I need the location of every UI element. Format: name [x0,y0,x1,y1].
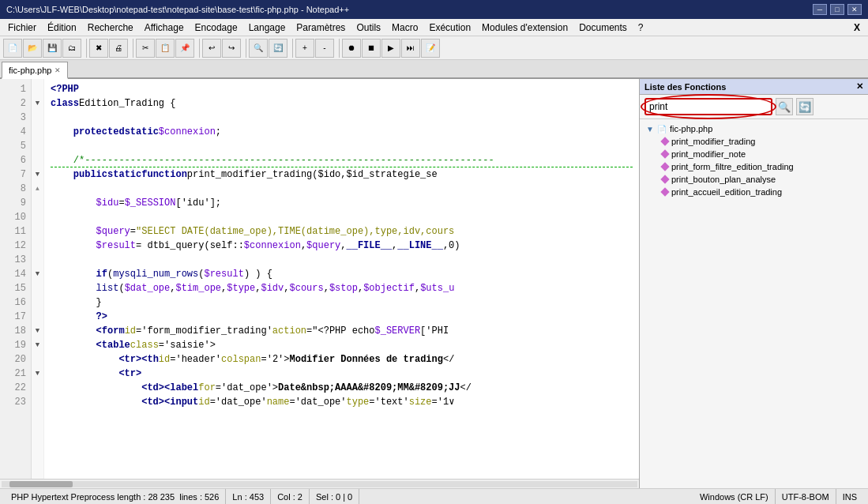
menu-help[interactable]: ? [633,21,648,35]
func-diamond-icon [660,137,669,145]
status-sel: Sel : 0 | 0 [310,489,359,504]
tb-zoom-out[interactable]: - [315,39,334,58]
status-lines-text: lines : 526 [175,492,219,502]
tb-paste[interactable]: 📌 [175,39,194,58]
status-eol: Windows (CR LF) [693,489,776,504]
menu-langage[interactable]: Langage [244,21,291,35]
menu-modules[interactable]: Modules d'extension [477,21,573,35]
status-ln-text: Ln : 453 [232,492,264,502]
tb-new[interactable]: 📄 [3,39,22,58]
tb-replace[interactable]: 🔄 [269,39,287,58]
tb-macro-stop[interactable]: ⏹ [362,39,381,58]
tree-func-3[interactable]: print_form_filtre_edition_trading [640,160,868,173]
fold-5 [32,139,43,153]
tb-macro-play[interactable]: ▶ [381,39,400,58]
tb-cut[interactable]: ✂ [136,39,155,58]
tree-func-4[interactable]: print_bouton_plan_analyse [640,173,868,186]
menu-close-x[interactable]: X [849,21,865,35]
fold-8[interactable]: ▲ [32,182,43,196]
tb-close[interactable]: ✖ [89,39,108,58]
tb-undo[interactable]: ↩ [202,39,221,58]
functions-title: Liste des Fonctions [644,82,726,92]
tree-func-5[interactable]: print_accueil_edition_trading [640,186,868,198]
code-line-23: <td><input id='dat_ope' name='dat_ope' t… [51,395,633,409]
tb-separator-2 [130,39,133,58]
code-line-21: <tr> [51,367,633,381]
tb-macro-save[interactable]: 📝 [421,39,440,58]
code-line-9: $idu=$_SESSION['idu']; [51,196,633,210]
fold-16 [32,295,43,310]
fold-23 [32,395,43,409]
tb-copy[interactable]: 📋 [156,39,175,58]
status-ln: Ln : 453 [226,489,271,504]
function-search-input[interactable] [644,98,772,115]
tb-save-all[interactable]: 🗂 [62,39,81,58]
menu-fichier[interactable]: Fichier [3,21,41,35]
code-content[interactable]: <?PHP class Edition_Trading { protected … [44,79,639,479]
menu-edition[interactable]: Édition [43,21,81,35]
status-sel-text: Sel : 0 | 0 [316,492,352,502]
main-area: 1 2 3 4 5 6 7 8 9 10 11 12 13 14 15 16 1… [0,79,868,488]
tb-separator-6 [336,39,340,58]
menu-affichage[interactable]: Affichage [140,21,189,35]
tab-fic-php[interactable]: fic-php.php ✕ [2,62,68,79]
code-line-18: <form id='form_modifier_trading' action=… [51,324,633,338]
fold-21[interactable]: ▼ [32,367,43,381]
menu-recherche[interactable]: Recherche [83,21,138,35]
tb-open[interactable]: 📂 [23,39,42,58]
file-tree-icon: ▼ [646,125,654,134]
status-col-text: Col : 2 [277,492,302,502]
minimize-button[interactable]: ─ [813,4,827,15]
menu-encodage[interactable]: Encodage [190,21,242,35]
fold-column: ▼ ▼ ▲ ▼ ▼ ▼ ▼ [32,79,44,479]
tb-find[interactable]: 🔍 [249,39,268,58]
tb-redo[interactable]: ↪ [222,39,241,58]
menu-parametres[interactable]: Paramètres [291,21,350,35]
code-line-7: public static function print_modifier_tr… [51,167,633,182]
fold-10 [32,210,43,224]
horizontal-scrollbar[interactable] [0,479,639,488]
refresh-button[interactable]: 🔄 [796,98,814,115]
tb-zoom-in[interactable]: + [295,39,314,58]
menu-execution[interactable]: Exécution [424,21,475,35]
fold-4 [32,125,43,139]
title-text: C:\Users\JLF-WEB\Desktop\notepad-test\no… [6,5,349,14]
fold-2[interactable]: ▼ [32,96,43,111]
code-container: 1 2 3 4 5 6 7 8 9 10 11 12 13 14 15 16 1… [0,79,639,479]
code-line-13 [51,253,633,267]
title-bar: C:\Users\JLF-WEB\Desktop\notepad-test\no… [0,0,868,19]
status-encoding-text: UTF-8-BOM [782,492,829,502]
menu-documents[interactable]: Documents [574,21,632,35]
fold-7[interactable]: ▼ [32,167,43,182]
tab-close-button[interactable]: ✕ [54,66,61,74]
tb-separator-4 [243,39,246,58]
tb-macro-run[interactable]: ⏭ [401,39,420,58]
close-button[interactable]: ✕ [847,4,862,15]
tb-print[interactable]: 🖨 [109,39,128,58]
maximize-button[interactable]: □ [830,4,844,15]
fold-6 [32,153,43,167]
tb-save[interactable]: 💾 [43,39,62,58]
fold-12 [32,239,43,253]
search-options-button[interactable]: 🔍 [776,98,793,115]
func-diamond-icon [660,187,669,196]
menu-macro[interactable]: Macro [387,21,423,35]
menu-outils[interactable]: Outils [351,21,385,35]
code-line-17: ?> [51,310,633,324]
tb-macro-rec[interactable]: ⏺ [342,39,361,58]
scroll-thumb[interactable] [9,481,73,487]
functions-close-icon[interactable]: ✕ [856,81,863,92]
code-line-1: <?PHP [51,82,633,96]
functions-tree: ▼ 📄 fic-php.php print_modifier_trading p… [640,119,868,488]
tree-func-1[interactable]: print_modifier_trading [640,135,868,148]
fold-20 [32,352,43,367]
toolbar: 📄 📂 💾 🗂 ✖ 🖨 ✂ 📋 📌 ↩ ↪ 🔍 🔄 + - ⏺ ⏹ ▶ ⏭ 📝 [0,36,868,60]
fold-19[interactable]: ▼ [32,338,43,352]
tb-separator-3 [197,39,200,58]
fold-11 [32,224,43,239]
tree-func-2[interactable]: print_modifier_note [640,148,868,160]
fold-14[interactable]: ▼ [32,267,43,281]
func-name-4: print_bouton_plan_analyse [671,175,776,184]
fold-18[interactable]: ▼ [32,324,43,338]
scroll-track[interactable] [2,481,637,487]
